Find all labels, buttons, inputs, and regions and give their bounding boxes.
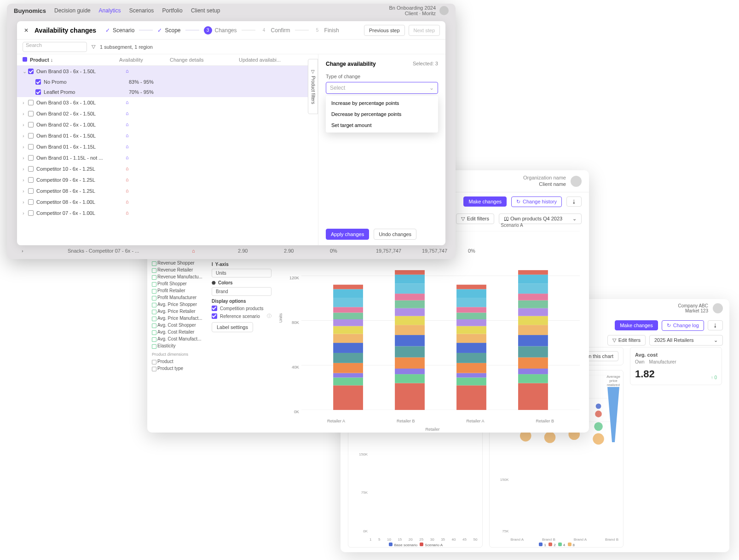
table-row[interactable]: ›Competitor 07 - 6x - 1.00L⌂: [17, 208, 318, 219]
step-confirm[interactable]: 4Confirm: [260, 26, 290, 35]
table-row[interactable]: Leaflet Promo70% - 95%: [17, 87, 318, 97]
chevron-right-icon[interactable]: ›: [23, 155, 28, 161]
chevron-right-icon[interactable]: ›: [23, 100, 28, 105]
chevron-right-icon[interactable]: ›: [23, 111, 28, 116]
tree-kpi[interactable]: Profit Retailer: [152, 287, 202, 294]
chip-units[interactable]: Units: [212, 269, 271, 277]
opt-decrease[interactable]: Decrease by percentage points: [326, 109, 438, 120]
make-changes-button[interactable]: Make changes: [615, 320, 658, 330]
tree-kpi[interactable]: Revenue Shopper: [152, 260, 202, 266]
nav-client-setup[interactable]: Client setup: [191, 7, 220, 14]
tree-kpi[interactable]: Elasticity: [152, 342, 202, 349]
avatar[interactable]: [571, 176, 582, 187]
col-updated[interactable]: Updated availabi...: [239, 57, 312, 63]
label-settings-button[interactable]: Label settings: [212, 322, 253, 332]
opt-target[interactable]: Set target amount: [326, 120, 438, 131]
table-row[interactable]: ›Own Brand 02 - 6x - 1.00L⌂: [17, 119, 318, 130]
chevron-right-icon[interactable]: ›: [23, 199, 28, 205]
chevron-right-icon[interactable]: ›: [23, 144, 28, 150]
table-row[interactable]: ›Competitor 08 - 6x - 1.25L⌂: [17, 185, 318, 196]
row-checkbox[interactable]: [28, 69, 34, 74]
chevron-right-icon[interactable]: ›: [23, 177, 28, 183]
apply-changes-button[interactable]: Apply changes: [326, 229, 369, 240]
nav-analytics[interactable]: Analytics: [98, 7, 121, 14]
step-finish[interactable]: 5Finish: [313, 26, 339, 35]
download-button[interactable]: ⭳: [566, 196, 582, 207]
row-checkbox[interactable]: [28, 144, 34, 150]
col-change-details[interactable]: Change details: [170, 57, 239, 63]
table-row[interactable]: ›Own Brand 03 - 6x - 1.00L⌂: [17, 97, 318, 108]
row-checkbox[interactable]: [28, 111, 34, 116]
type-select[interactable]: Select ⌄: [326, 82, 438, 94]
table-row[interactable]: ›Own Brand 01 - 6x - 1.15L⌂: [17, 141, 318, 152]
table-row[interactable]: ›Own Brand 02 - 6x - 1.50L⌂: [17, 108, 318, 119]
table-row[interactable]: ›Own Brand 01 - 6x - 1.50L⌂: [17, 130, 318, 141]
row-checkbox[interactable]: [28, 210, 34, 216]
product-table[interactable]: Product ↓ Availability Change details Up…: [17, 54, 318, 245]
chevron-right-icon[interactable]: ›: [23, 122, 28, 127]
tree-product-type[interactable]: Product type: [152, 365, 202, 372]
undo-changes-button[interactable]: Undo changes: [374, 229, 416, 240]
row-checkbox[interactable]: [28, 133, 34, 139]
tree-kpi[interactable]: Avg. Cost Manufact...: [152, 335, 202, 342]
col-availability[interactable]: Availability: [119, 57, 170, 63]
chevron-down-icon[interactable]: ⌄: [23, 69, 28, 75]
search-input[interactable]: Search: [23, 42, 87, 52]
info-icon[interactable]: ⓘ: [267, 313, 271, 319]
avatar[interactable]: [713, 303, 723, 313]
nav-decision[interactable]: Decision guide: [54, 7, 91, 14]
make-changes-button[interactable]: Make changes: [463, 196, 507, 207]
step-scenario[interactable]: ✓Scenario: [105, 27, 134, 34]
tab-manufacturer[interactable]: Manufacturer: [649, 359, 676, 364]
nav-scenarios[interactable]: Scenarios: [129, 7, 154, 14]
table-row[interactable]: ›Competitor 09 - 6x - 1.25L⌂: [17, 174, 318, 185]
tree-kpi[interactable]: Revenue Retailer: [152, 266, 202, 273]
next-step-button[interactable]: Next step: [409, 25, 440, 36]
nav-portfolio[interactable]: Portfolio: [162, 7, 183, 14]
product-filters-tab[interactable]: ▽Product filters: [308, 59, 318, 114]
tree-kpi[interactable]: Revenue Manufactu...: [152, 273, 202, 280]
row-checkbox[interactable]: [28, 166, 34, 172]
checkbox-competition[interactable]: [212, 306, 217, 311]
row-checkbox[interactable]: [28, 122, 34, 127]
step-changes[interactable]: 3Changes: [204, 26, 237, 35]
chip-brand[interactable]: Brand: [212, 287, 271, 296]
change-history-button[interactable]: ↻Change history: [511, 196, 562, 207]
chevron-right-icon[interactable]: ›: [23, 210, 28, 216]
row-checkbox[interactable]: [35, 89, 41, 95]
tree-kpi[interactable]: Avg. Price Retailer: [152, 308, 202, 315]
tree-kpi[interactable]: Avg. Price Manufact...: [152, 315, 202, 322]
chevron-right-icon[interactable]: ›: [23, 133, 28, 139]
row-checkbox[interactable]: [35, 79, 41, 85]
download-button[interactable]: ⭳: [708, 320, 723, 330]
tree-kpi[interactable]: Profit Manufacturer: [152, 294, 202, 301]
avatar[interactable]: [439, 6, 449, 15]
row-checkbox[interactable]: [28, 188, 34, 194]
tree-kpi[interactable]: Avg. Price Shopper: [152, 301, 202, 308]
opt-increase[interactable]: Increase by percentage points: [326, 98, 438, 109]
table-row[interactable]: ⌄Own Brand 03 - 6x - 1.50L⌂: [17, 66, 318, 77]
col-product[interactable]: Product: [30, 57, 49, 63]
row-checkbox[interactable]: [28, 177, 34, 183]
checkbox-reference[interactable]: [212, 313, 217, 319]
table-row[interactable]: ›Competitor 08 - 6x - 1.00L⌂: [17, 196, 318, 208]
step-scope[interactable]: ✓Scope: [157, 27, 180, 34]
tree-kpi[interactable]: Avg. Cost Retailer: [152, 329, 202, 335]
edit-filters-button[interactable]: ▽Edit filters: [607, 335, 646, 346]
row-checkbox[interactable]: [28, 155, 34, 161]
chevron-right-icon[interactable]: ›: [22, 248, 49, 254]
table-row[interactable]: ›Competitor 10 - 6x - 1.25L⌂: [17, 163, 318, 174]
chevron-right-icon[interactable]: ›: [23, 188, 28, 194]
tree-kpi[interactable]: Avg. Cost Shopper: [152, 322, 202, 329]
tree-kpi[interactable]: Profit Shopper: [152, 280, 202, 287]
row-checkbox[interactable]: [28, 100, 34, 105]
filter-preset-select[interactable]: 2025 All Retailers⌄: [649, 335, 723, 346]
tree-product[interactable]: Product: [152, 358, 202, 365]
table-row[interactable]: ›Own Brand 01 - 1.15L - not ...⌂: [17, 152, 318, 163]
previous-step-button[interactable]: Previous step: [364, 25, 405, 36]
table-row[interactable]: No Promo83% - 95%: [17, 77, 318, 87]
change-log-button[interactable]: ↻Change log: [662, 320, 704, 331]
chevron-right-icon[interactable]: ›: [23, 166, 28, 172]
row-checkbox[interactable]: [28, 199, 34, 205]
tab-own[interactable]: Own: [635, 359, 645, 364]
